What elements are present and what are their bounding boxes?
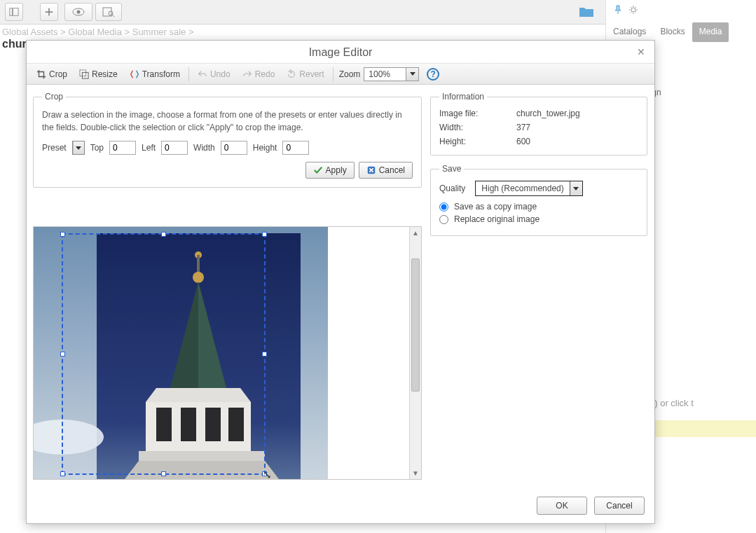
revert-button[interactable]: Revert (281, 67, 329, 82)
apply-button[interactable]: Apply (305, 162, 355, 179)
width-input[interactable] (221, 141, 247, 155)
resize-icon (79, 69, 89, 79)
crop-cancel-label: Cancel (379, 165, 405, 175)
add-button[interactable] (40, 3, 58, 21)
quality-value: High (Recommended) (476, 181, 569, 195)
crop-handle-ne[interactable] (262, 232, 267, 237)
preset-select[interactable] (72, 141, 85, 155)
save-replace-radio[interactable] (439, 215, 448, 224)
crop-selection[interactable]: ⤡ (62, 233, 266, 475)
svg-point-3 (77, 11, 81, 14)
breadcrumb: Global Assets > Global Media > Summer sa… (2, 27, 194, 37)
info-file-value: church_tower.jpg (516, 109, 638, 118)
top-label: Top (90, 143, 104, 153)
left-input[interactable] (161, 141, 188, 155)
crop-cancel-button[interactable]: Cancel (359, 162, 413, 179)
dialog-title: Image Editor ✕ (27, 41, 654, 64)
zoom-value: 100% (364, 68, 406, 81)
cancel-button[interactable]: Cancel (594, 497, 645, 515)
height-input[interactable] (282, 141, 309, 155)
toolbar-separator (188, 67, 189, 81)
crop-handle-e[interactable] (262, 352, 267, 357)
crop-panel: Crop Draw a selection in the image, choo… (33, 92, 422, 188)
dialog-title-text: Image Editor (309, 46, 373, 58)
chevron-down-icon (73, 141, 84, 154)
resize-tool[interactable]: Resize (74, 67, 123, 82)
scroll-down-icon[interactable]: ▼ (410, 467, 421, 479)
resize-tool-label: Resize (92, 69, 118, 79)
editor-toolbar: Crop Resize Transform Undo Redo Revert Z… (27, 64, 654, 85)
save-panel: Save Quality High (Recommended) Save as … (430, 164, 647, 236)
undo-icon (198, 69, 207, 79)
zoom-select[interactable]: 100% (364, 67, 419, 81)
crop-handle-w[interactable] (60, 352, 65, 357)
save-replace-option[interactable]: Replace original image (439, 214, 638, 224)
image-preview: ⤡ ▲ ▼ (33, 226, 422, 480)
info-width-label: Width: (439, 123, 516, 132)
undo-button-label: Undo (210, 69, 231, 79)
image-editor-dialog: Image Editor ✕ Crop Resize Transform Und… (26, 40, 655, 524)
chevron-down-icon (570, 181, 582, 195)
save-copy-option[interactable]: Save as a copy image (439, 202, 638, 212)
vertical-scrollbar[interactable]: ▲ ▼ (409, 227, 421, 479)
info-height-label: Height: (439, 137, 516, 146)
gear-icon[interactable] (628, 5, 638, 15)
dialog-footer: OK Cancel (537, 497, 645, 515)
crop-handle-s[interactable] (161, 471, 166, 476)
help-icon[interactable]: ? (427, 68, 439, 81)
crop-handle-nw[interactable] (60, 232, 65, 237)
toolbar-separator (333, 67, 334, 81)
folder-icon[interactable] (579, 6, 594, 18)
crop-panel-legend: Crop (42, 92, 66, 102)
visibility-button[interactable] (64, 3, 92, 21)
info-height-value: 600 (516, 137, 638, 146)
svg-point-6 (631, 8, 635, 12)
svg-rect-0 (10, 8, 13, 16)
crop-icon (36, 69, 46, 79)
crop-description: Draw a selection in the image, choose a … (42, 109, 413, 134)
close-icon[interactable]: ✕ (635, 46, 647, 58)
crop-tool-label: Crop (49, 69, 67, 79)
svg-rect-8 (82, 72, 88, 78)
crop-handle-n[interactable] (161, 232, 166, 237)
info-file-label: Image file: (439, 109, 516, 118)
tab-media[interactable]: Media (692, 22, 729, 42)
save-copy-radio[interactable] (439, 202, 448, 212)
top-input[interactable] (109, 141, 136, 155)
redo-button[interactable]: Redo (237, 67, 281, 82)
image-canvas[interactable]: ⤡ (34, 227, 421, 479)
tab-catalogs[interactable]: Catalogs (606, 22, 653, 42)
quality-select[interactable]: High (Recommended) (475, 181, 582, 196)
zoom-label: Zoom (339, 69, 361, 79)
pin-icon[interactable] (613, 5, 623, 15)
cancel-icon (366, 165, 376, 175)
crop-tool[interactable]: Crop (31, 67, 73, 82)
check-icon (313, 165, 323, 175)
redo-icon (242, 69, 252, 79)
revert-icon (287, 69, 296, 79)
svg-rect-1 (13, 8, 18, 16)
tab-blocks[interactable]: Blocks (653, 22, 692, 42)
save-panel-legend: Save (439, 164, 464, 174)
preset-label: Preset (42, 143, 67, 153)
toggle-tree-icon[interactable] (5, 3, 23, 21)
transform-tool[interactable]: Transform (124, 67, 186, 82)
transform-tool-label: Transform (142, 69, 180, 79)
scroll-up-icon[interactable]: ▲ (410, 227, 421, 239)
width-label: Width (193, 143, 215, 153)
resize-cursor-icon: ⤡ (263, 469, 272, 479)
save-replace-label: Replace original image (454, 214, 539, 224)
search-page-button[interactable] (95, 3, 122, 21)
save-copy-label: Save as a copy image (454, 202, 537, 212)
crop-handle-sw[interactable] (60, 471, 65, 476)
quality-label: Quality (439, 184, 465, 193)
info-width-value: 377 (516, 123, 638, 132)
info-panel-legend: Information (439, 92, 487, 102)
undo-button[interactable]: Undo (192, 67, 236, 82)
left-label: Left (142, 143, 156, 153)
chevron-down-icon (406, 68, 418, 81)
svg-rect-4 (103, 8, 111, 16)
transform-icon (130, 69, 139, 79)
scrollbar-thumb[interactable] (411, 258, 420, 392)
ok-button[interactable]: OK (537, 497, 587, 515)
